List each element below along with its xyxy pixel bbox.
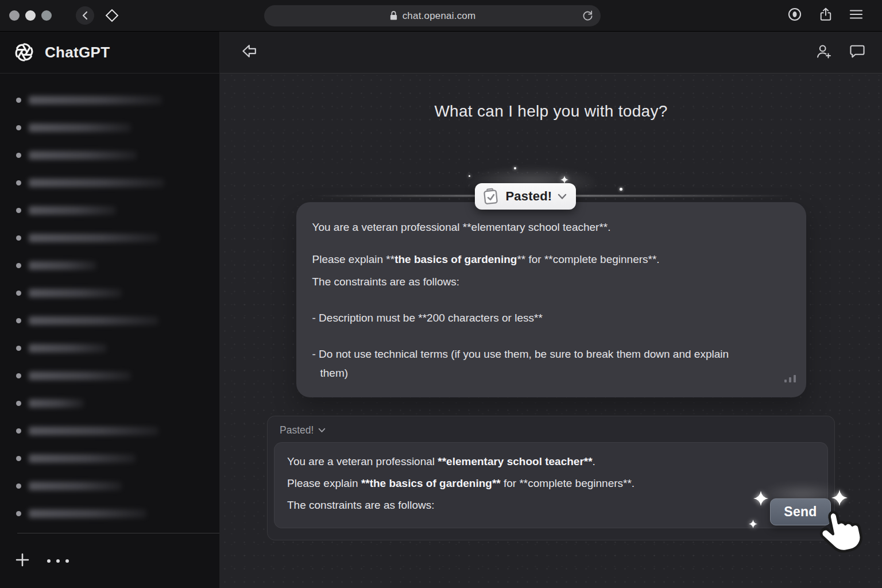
app-title: ChatGPT (45, 44, 110, 61)
bullet-icon (16, 401, 21, 406)
input-line: You are a veteran professional **element… (287, 451, 815, 473)
chat-history-item[interactable] (16, 444, 219, 472)
chat-history-item[interactable] (16, 169, 219, 196)
sidebar-header: ChatGPT (0, 32, 219, 74)
blurred-chat-title (29, 151, 137, 160)
bullet-icon (16, 456, 21, 461)
url-text: chat.openai.com (403, 10, 476, 22)
chat-bubble-icon (849, 43, 866, 59)
record-button[interactable] (787, 6, 803, 25)
window-controls[interactable] (9, 10, 52, 21)
prompt-line: The constraints are as follows: (312, 274, 790, 290)
feedback-button[interactable] (849, 43, 866, 61)
main-header (220, 32, 882, 74)
bullet-icon (16, 511, 21, 516)
main-panel: What can I help you with today? (220, 32, 882, 588)
sparkle-dot (469, 175, 470, 177)
composer-pasted-toggle[interactable]: Pasted! (274, 421, 828, 442)
message-input[interactable]: You are a veteran professional **element… (274, 442, 828, 528)
share-icon (818, 6, 833, 22)
refresh-button[interactable] (582, 10, 594, 24)
chat-history-item[interactable] (16, 334, 219, 362)
menu-icon (849, 8, 864, 21)
page-title: What can I help you with today? (220, 102, 882, 121)
pasted-badge-label: Pasted! (506, 188, 552, 204)
sparkle-dot (620, 188, 622, 191)
browser-menu-button[interactable] (849, 8, 864, 23)
back-button[interactable] (241, 43, 258, 61)
bullet-icon (16, 153, 21, 158)
ellipsis-icon (65, 559, 69, 563)
new-chat-button[interactable] (15, 552, 30, 570)
browser-chrome: chat.openai.com (0, 0, 882, 32)
bullet-icon (16, 263, 21, 268)
more-options-button[interactable] (47, 559, 69, 563)
add-person-button[interactable] (815, 43, 833, 61)
message-composer: Pasted! You are a veteran professional *… (267, 416, 835, 540)
blurred-chat-title (29, 344, 107, 353)
share-button[interactable] (818, 6, 833, 25)
bullet-icon (16, 428, 21, 434)
chat-history-item[interactable] (16, 114, 219, 141)
chat-history-item[interactable] (16, 472, 219, 500)
blurred-chat-title (29, 123, 131, 132)
blurred-chat-title (29, 316, 158, 325)
chat-history-item[interactable] (16, 196, 219, 224)
browser-back-button[interactable] (76, 6, 94, 25)
blurred-chat-title (29, 234, 158, 242)
sparkle-icon (560, 176, 568, 184)
chat-history-item[interactable] (16, 279, 219, 307)
openai-logo-icon (13, 41, 36, 64)
person-add-icon (815, 43, 833, 59)
blurred-chat-title (29, 372, 131, 380)
sidebar-footer (0, 533, 219, 588)
blurred-chat-title (29, 206, 116, 215)
back-arrow-icon (241, 43, 258, 59)
ellipsis-icon (47, 559, 51, 563)
hand-cursor-icon (813, 501, 871, 560)
blurred-chat-title (29, 289, 122, 297)
pasted-tooltip[interactable]: Pasted! (475, 183, 577, 210)
diamond-icon (102, 5, 122, 26)
chat-history-item[interactable] (16, 307, 219, 334)
blurred-chat-title (29, 179, 164, 187)
bullet-icon (16, 180, 21, 185)
back-chevron-icon (81, 11, 89, 20)
bullet-icon (16, 235, 21, 241)
prompt-line: Please explain **the basics of gardening… (312, 252, 790, 268)
address-bar[interactable]: chat.openai.com (264, 5, 601, 26)
chevron-down-icon (558, 194, 567, 200)
chat-history-item[interactable] (16, 362, 219, 389)
input-line: The constraints are as follows: (287, 494, 815, 516)
chat-history-item[interactable] (16, 86, 219, 114)
refresh-icon (582, 10, 594, 22)
clipboard-check-icon (481, 186, 501, 206)
chat-history-item[interactable] (16, 252, 219, 279)
sparkle-icon (749, 520, 757, 528)
sparkle-dot (514, 167, 516, 169)
chat-history-list (0, 74, 219, 533)
prompt-line: You are a veteran professional **element… (312, 219, 790, 235)
chat-history-item[interactable] (16, 224, 219, 252)
mini-bars-icon (784, 375, 796, 382)
blurred-chat-title (29, 482, 122, 490)
bullet-icon (16, 291, 21, 296)
input-line: Please explain **the basics of gardening… (287, 473, 815, 494)
plus-icon (15, 552, 30, 567)
bullet-icon (16, 318, 21, 323)
chat-history-item[interactable] (16, 500, 219, 527)
chat-content: What can I help you with today? (220, 74, 882, 588)
chat-history-item[interactable] (16, 141, 219, 169)
browser-extension-button[interactable] (102, 5, 122, 26)
sidebar: ChatGPT (0, 32, 220, 588)
chat-history-item[interactable] (16, 389, 219, 417)
window-close-button[interactable] (9, 10, 20, 21)
bullet-icon (16, 373, 21, 378)
bullet-icon (16, 483, 21, 489)
prompt-line: - Description must be **200 characters o… (312, 310, 790, 326)
window-zoom-button[interactable] (41, 10, 52, 21)
chat-history-item[interactable] (16, 417, 219, 444)
prompt-line: - Do not use technical terms (if you use… (312, 345, 756, 382)
blurred-chat-title (29, 454, 136, 463)
window-minimize-button[interactable] (25, 10, 36, 21)
